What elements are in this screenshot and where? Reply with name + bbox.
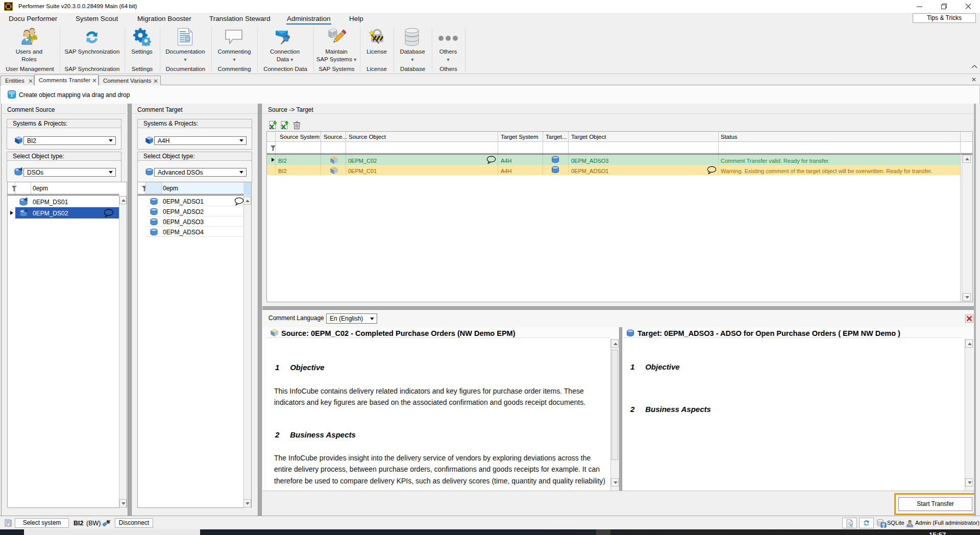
- svg-text:i: i: [11, 92, 12, 98]
